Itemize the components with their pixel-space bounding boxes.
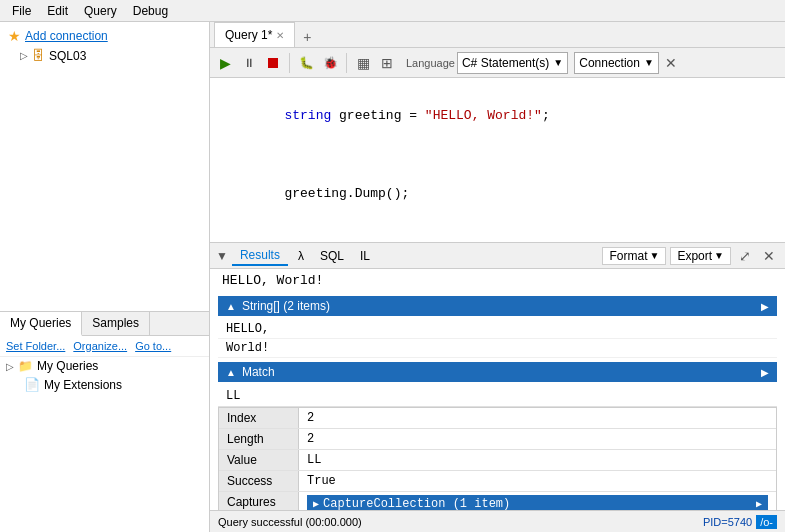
- pid-text: PID=5740: [703, 516, 752, 528]
- string-array-chevron-icon: ▶: [761, 301, 769, 312]
- my-queries-label: My Queries: [37, 359, 98, 373]
- run-button[interactable]: ▶: [214, 52, 236, 74]
- connection-label: Connection: [579, 56, 640, 70]
- language-label: Language: [406, 57, 455, 69]
- my-queries-tree-item[interactable]: ▷ 📁 My Queries: [0, 357, 209, 375]
- grid-view-btn[interactable]: ▦: [352, 52, 374, 74]
- menu-edit[interactable]: Edit: [39, 2, 76, 20]
- grid-row-value: Value LL: [219, 450, 776, 471]
- toolbar: ▶ ⏸ 🐛 🐞 ▦ ⊞ Language C#: [210, 48, 785, 78]
- sql03-item[interactable]: ▷ 🗄 SQL03: [16, 46, 205, 65]
- bug2-icon: 🐞: [323, 56, 338, 70]
- match-collapse-icon: ▲: [226, 367, 236, 378]
- code-line-3: greeting.Dump();: [222, 164, 773, 223]
- export-label: Export: [677, 249, 712, 263]
- string-items-container: HELLO, World!: [218, 320, 777, 358]
- grid-row-captures: Captures ▶ CaptureCollection (1 item) ▶: [219, 492, 776, 510]
- tab-il[interactable]: IL: [354, 247, 376, 265]
- tab-results[interactable]: Results: [232, 246, 288, 266]
- export-button[interactable]: Export ▼: [670, 247, 731, 265]
- lang-chevron-icon: ▼: [553, 57, 563, 68]
- sql03-label: SQL03: [49, 49, 86, 63]
- expand-icon: ▷: [20, 50, 28, 61]
- status-bar: Query successful (00:00.000) PID=5740 /o…: [210, 510, 785, 532]
- tab-my-queries[interactable]: My Queries: [0, 312, 82, 336]
- tab-close-icon[interactable]: ✕: [276, 30, 284, 41]
- match-label: Match: [242, 365, 275, 379]
- grid-row-index: Index 2: [219, 408, 776, 429]
- string-array-label: String[] (2 items): [242, 299, 330, 313]
- stop-button[interactable]: [262, 52, 284, 74]
- menu-query[interactable]: Query: [76, 2, 125, 20]
- captures-expand-row[interactable]: ▶ CaptureCollection (1 item) ▶: [307, 495, 768, 510]
- star-icon: ★: [8, 28, 21, 44]
- match-data-grid: Index 2 Length 2 Value LL Success True C…: [218, 407, 777, 510]
- string-item-1: World!: [218, 339, 777, 358]
- success-value: True: [299, 471, 776, 491]
- match-chevron-icon: ▶: [761, 367, 769, 378]
- my-extensions-tree-item[interactable]: 📄 My Extensions: [0, 375, 209, 394]
- go-to-link[interactable]: Go to...: [135, 340, 171, 352]
- expand-queries-icon: ▷: [6, 361, 14, 372]
- string-item-0: HELLO,: [218, 320, 777, 339]
- captures-label: Captures: [219, 492, 299, 510]
- pause-button[interactable]: ⏸: [238, 52, 260, 74]
- code-editor[interactable]: string greeting = "HELLO, World!"; greet…: [210, 78, 785, 243]
- length-value: 2: [299, 429, 776, 449]
- folder-icon: 📁: [18, 359, 33, 373]
- set-folder-link[interactable]: Set Folder...: [6, 340, 65, 352]
- match-value-row: LL: [218, 386, 777, 407]
- io-button[interactable]: /o-: [756, 515, 777, 529]
- match-expand-row[interactable]: ▲ Match ▶: [218, 362, 777, 382]
- organize-link[interactable]: Organize...: [73, 340, 127, 352]
- format-chevron-icon: ▼: [650, 250, 660, 261]
- collapse-results-icon[interactable]: ▼: [216, 249, 228, 263]
- format-button[interactable]: Format ▼: [602, 247, 666, 265]
- results-toolbar: ▼ Results λ SQL IL Format ▼ Export ▼ ⤢ ✕: [210, 243, 785, 269]
- grid-icon: ▦: [357, 55, 370, 71]
- expand-results-btn[interactable]: ⤢: [735, 248, 755, 264]
- length-label: Length: [219, 429, 299, 449]
- close-results-btn[interactable]: ✕: [759, 248, 779, 264]
- table-view-btn[interactable]: ⊞: [376, 52, 398, 74]
- pause-icon: ⏸: [243, 56, 255, 70]
- value-value: LL: [299, 450, 776, 470]
- my-extensions-label: My Extensions: [44, 378, 122, 392]
- code-line-1: string greeting = "HELLO, World!";: [222, 86, 773, 145]
- tab-lambda[interactable]: λ: [292, 247, 310, 265]
- result-text-1: HELLO, World!: [210, 269, 785, 292]
- string-array-collapse-icon: ▲: [226, 301, 236, 312]
- connection-dropdown[interactable]: Connection ▼: [574, 52, 659, 74]
- query-tab-bar: Query 1* ✕ +: [210, 22, 785, 48]
- table-icon: ⊞: [381, 55, 393, 71]
- query-tab-label: Query 1*: [225, 28, 272, 42]
- db-icon: 🗄: [32, 48, 45, 63]
- stop-icon: [268, 58, 278, 68]
- menu-file[interactable]: File: [4, 2, 39, 20]
- menu-debug[interactable]: Debug: [125, 2, 176, 20]
- play-icon: ▶: [220, 55, 231, 71]
- bug-icon: 🐛: [299, 56, 314, 70]
- captures-chevron-icon: ▶: [756, 498, 762, 510]
- index-value: 2: [299, 408, 776, 428]
- tab-samples[interactable]: Samples: [82, 312, 150, 335]
- language-dropdown[interactable]: C# Statement(s) ▼: [457, 52, 568, 74]
- add-connection-label: Add connection: [25, 29, 108, 43]
- language-value: C# Statement(s): [462, 56, 549, 70]
- tab-sql[interactable]: SQL: [314, 247, 350, 265]
- string-array-expand-row[interactable]: ▲ String[] (2 items) ▶: [218, 296, 777, 316]
- close-editor-btn[interactable]: ✕: [665, 55, 677, 71]
- separator1: [289, 53, 290, 73]
- query-tab[interactable]: Query 1* ✕: [214, 22, 295, 47]
- add-tab-btn[interactable]: +: [295, 27, 319, 47]
- status-text: Query successful (00:00.000): [218, 516, 703, 528]
- captures-collapse-icon: ▶: [313, 498, 319, 510]
- export-chevron-icon: ▼: [714, 250, 724, 261]
- bug2-button[interactable]: 🐞: [319, 52, 341, 74]
- grid-row-length: Length 2: [219, 429, 776, 450]
- bug-button[interactable]: 🐛: [295, 52, 317, 74]
- captures-collection-label: CaptureCollection (1 item): [323, 497, 510, 510]
- add-connection-item[interactable]: ★ Add connection: [4, 26, 205, 46]
- value-label: Value: [219, 450, 299, 470]
- extensions-icon: 📄: [24, 377, 40, 392]
